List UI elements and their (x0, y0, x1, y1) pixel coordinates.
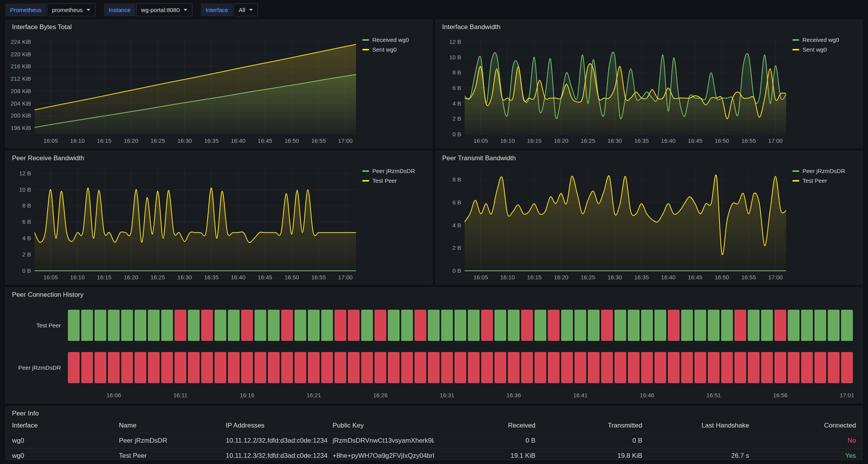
panel-body: 0 B2 B4 B6 B8 B16:0516:1016:1516:2016:25… (436, 163, 862, 284)
grafana-dashboard: Prometheus prometheus Instance wg-portal… (0, 0, 868, 464)
panel-title[interactable]: Peer Info (12, 410, 39, 417)
row-peer-charts: Peer Receive Bandwidth 0 B2 B4 B6 B8 B10… (5, 151, 863, 284)
series-color-swatch (362, 170, 369, 172)
variable-prometheus-dropdown[interactable]: prometheus (47, 3, 95, 16)
column-header-received[interactable]: Received (434, 418, 541, 433)
legend-item-test-peer[interactable]: Test Peer (792, 177, 827, 184)
svg-text:16:45: 16:45 (258, 137, 272, 144)
column-header-name[interactable]: Name (114, 418, 221, 433)
svg-text:224 KiB: 224 KiB (10, 38, 31, 45)
column-header-transmitted[interactable]: Transmitted (541, 418, 648, 433)
variable-interface-dropdown[interactable]: All (233, 3, 258, 16)
legend-item-received-wg0[interactable]: Received wg0 (362, 36, 409, 43)
status-history-canvas[interactable]: Test PeerPeer jRzmDsDR16:0616:1116:1616:… (9, 300, 859, 402)
svg-text:16:15: 16:15 (527, 274, 542, 280)
time-series-canvas[interactable]: 196 KiB200 KiB204 KiB208 KiB212 KiB216 K… (9, 32, 360, 147)
svg-text:6 B: 6 B (452, 199, 461, 206)
legend-label: Peer jRzmDsDR (372, 168, 415, 174)
column-header-last-handshake[interactable]: Last Handshake (648, 418, 755, 433)
svg-text:16:15: 16:15 (527, 137, 542, 144)
peer-info-table: InterfaceNameIP AddressesPublic KeyRecei… (7, 418, 861, 460)
cell-transmitted: 19.8 KiB (541, 448, 648, 460)
series-color-swatch (792, 170, 799, 172)
svg-text:16:26: 16:26 (373, 392, 388, 398)
svg-text:16:40: 16:40 (661, 274, 676, 280)
panel-title[interactable]: Interface Bandwidth (442, 23, 500, 31)
legend-item-sent-wg0[interactable]: Sent wg0 (362, 46, 397, 53)
column-header-ip-addresses[interactable]: IP Addresses (220, 418, 327, 433)
svg-text:16:05: 16:05 (474, 274, 488, 280)
peer-info-header-row: InterfaceNameIP AddressesPublic KeyRecei… (7, 418, 861, 433)
svg-text:0 B: 0 B (452, 267, 461, 274)
svg-text:16:55: 16:55 (311, 137, 326, 144)
panel-header: Interface Bandwidth (436, 20, 862, 32)
panel-peer-connection-history: Peer Connection History Test PeerPeer jR… (5, 287, 863, 403)
variable-interface-label: Interface (201, 3, 233, 16)
series-color-swatch (792, 180, 799, 182)
svg-text:16:06: 16:06 (107, 392, 121, 398)
table-row: wg0Test Peer10.11.12.3/32,fdfd:d3ad:c0de… (7, 448, 861, 460)
svg-text:Peer jRzmDsDR: Peer jRzmDsDR (18, 364, 61, 371)
legend-label: Sent wg0 (802, 46, 827, 53)
svg-text:16:56: 16:56 (773, 392, 788, 398)
svg-text:16:30: 16:30 (607, 137, 622, 144)
svg-text:12 B: 12 B (19, 170, 31, 177)
svg-text:16:46: 16:46 (640, 392, 654, 398)
chart-legend: Received wg0Sent wg0 (790, 32, 859, 147)
svg-text:16:40: 16:40 (661, 137, 676, 144)
series-color-swatch (792, 39, 799, 41)
svg-text:4 B: 4 B (452, 100, 461, 107)
svg-text:16:31: 16:31 (440, 392, 455, 398)
time-series-canvas[interactable]: 0 B2 B4 B6 B8 B10 B12 B16:0516:1016:1516… (9, 163, 360, 283)
variable-interface: Interface All (201, 3, 258, 16)
legend-item-peer-jrzmdsdr[interactable]: Peer jRzmDsDR (792, 168, 845, 174)
panel-title[interactable]: Peer Transmit Bandwidth (442, 154, 516, 162)
cell-last-handshake (648, 433, 755, 448)
svg-text:216 KiB: 216 KiB (10, 63, 31, 69)
svg-text:200 KiB: 200 KiB (10, 112, 31, 119)
cell-interface: wg0 (7, 433, 114, 448)
svg-text:16:35: 16:35 (204, 274, 219, 280)
svg-text:16:25: 16:25 (581, 137, 595, 144)
legend-item-peer-jrzmdsdr[interactable]: Peer jRzmDsDR (362, 168, 415, 174)
column-header-connected[interactable]: Connected (755, 418, 862, 433)
legend-item-sent-wg0[interactable]: Sent wg0 (792, 46, 827, 53)
cell-connected: Yes (755, 448, 862, 460)
svg-text:196 KiB: 196 KiB (10, 125, 31, 131)
series-color-swatch (362, 49, 369, 50)
legend-label: Sent wg0 (372, 46, 397, 53)
panel-body: 0 B2 B4 B6 B8 B10 B12 B16:0516:1016:1516… (6, 163, 432, 284)
svg-text:4 B: 4 B (452, 222, 461, 229)
column-header-public-key[interactable]: Public Key (327, 418, 434, 433)
cell-received: 19.1 KiB (434, 448, 541, 460)
svg-text:8 B: 8 B (22, 202, 31, 209)
time-series-canvas[interactable]: 0 B2 B4 B6 B8 B16:0516:1016:1516:2016:25… (439, 163, 790, 283)
panel-title[interactable]: Peer Receive Bandwidth (12, 154, 84, 162)
svg-text:16:10: 16:10 (70, 137, 85, 144)
legend-item-received-wg0[interactable]: Received wg0 (792, 36, 839, 43)
cell-ip-addresses: 10.11.12.2/32,fdfd:d3ad:c0de:1234::1/128 (220, 433, 327, 448)
svg-text:8 B: 8 B (452, 176, 461, 183)
variable-prometheus: Prometheus prometheus (5, 3, 95, 16)
svg-text:Test Peer: Test Peer (36, 322, 61, 329)
chart-legend: Peer jRzmDsDRTest Peer (360, 163, 429, 283)
svg-text:16:40: 16:40 (231, 274, 246, 280)
svg-text:16:10: 16:10 (500, 137, 515, 144)
svg-text:17:00: 17:00 (338, 137, 353, 144)
legend-item-test-peer[interactable]: Test Peer (362, 177, 397, 184)
svg-text:16:10: 16:10 (500, 274, 515, 280)
cell-last-handshake: 26.7 s (648, 448, 755, 460)
time-series-canvas[interactable]: 0 B2 B4 B6 B8 B10 B12 B16:0516:1016:1516… (439, 32, 790, 147)
svg-text:16:20: 16:20 (554, 137, 569, 144)
peer-info-body: wg0Peer jRzmDsDR10.11.12.2/32,fdfd:d3ad:… (7, 433, 861, 460)
svg-text:16:15: 16:15 (97, 274, 112, 280)
svg-text:0 B: 0 B (452, 131, 461, 137)
svg-text:16:21: 16:21 (306, 392, 321, 398)
panel-title[interactable]: Peer Connection History (12, 291, 83, 299)
variable-instance-dropdown[interactable]: wg-portal:8080 (136, 3, 192, 16)
svg-text:212 KiB: 212 KiB (10, 75, 31, 82)
svg-text:16:20: 16:20 (554, 274, 569, 280)
panel-peer-info: Peer Info InterfaceNameIP AddressesPubli… (5, 406, 863, 460)
panel-title[interactable]: Interface Bytes Total (12, 23, 72, 31)
column-header-interface[interactable]: Interface (7, 418, 114, 433)
